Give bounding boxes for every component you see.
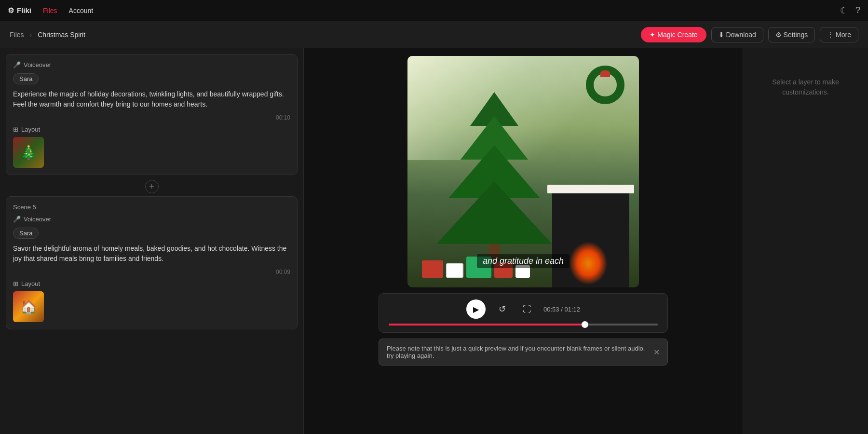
scene-5-card: Scene 5 🎤 Voiceover Sara Savor the delig… [6, 196, 298, 329]
app-name: Fliki [17, 6, 31, 14]
right-panel-placeholder: Select a layer to make customizations. [753, 77, 858, 97]
add-scene-between-4-5[interactable]: + [6, 179, 298, 194]
scene-4-card: 🎤 Voiceover Sara Experience the magic of… [6, 54, 298, 175]
play-button[interactable]: ▶ [466, 299, 486, 319]
scene5-text[interactable]: Savor the delightful aroma of homely mea… [13, 244, 290, 264]
more-button[interactable]: ⋮ More [820, 27, 858, 42]
scene5-voiceover-label: 🎤 Voiceover [13, 216, 290, 223]
center-panel: and gratitude in each ▶ ↺ ⛶ 00:53 / 01:1… [304, 48, 743, 434]
progress-track [389, 324, 658, 326]
nav-right-icons: ☾ ? [840, 5, 860, 16]
gift-2 [446, 263, 463, 278]
replay-button[interactable]: ↺ [493, 300, 511, 318]
video-preview[interactable]: and gratitude in each [407, 56, 639, 287]
time-display: 00:53 / 01:12 [543, 306, 580, 313]
right-panel: Select a layer to make customizations. [743, 48, 868, 434]
download-button[interactable]: ⬇ Download [711, 27, 763, 42]
scene5-speaker-badge[interactable]: Sara [13, 228, 39, 239]
fireplace-glow [569, 242, 608, 285]
main-layout: 🎤 Voiceover Sara Experience the magic of… [0, 48, 868, 434]
video-scene: and gratitude in each [407, 56, 639, 287]
help-icon[interactable]: ? [855, 5, 860, 15]
scene5-timestamp: 00:09 [13, 269, 290, 275]
layout-icon: ⊞ [13, 126, 18, 133]
add-circle-icon: + [145, 180, 159, 193]
christmas-tree [436, 92, 552, 258]
video-controls: ▶ ↺ ⛶ 00:53 / 01:12 [379, 293, 668, 333]
magic-create-button[interactable]: ✦ Magic Create [641, 27, 706, 42]
app-logo[interactable]: ⚙ Fliki [8, 6, 31, 15]
tree-bottom [436, 181, 552, 244]
breadcrumb-separator: › [30, 31, 32, 39]
scene4-voiceover-label: 🎤 Voiceover [13, 61, 290, 68]
scene5-thumbnail[interactable]: 🏠 [13, 291, 44, 322]
nav-files[interactable]: Files [43, 7, 57, 14]
toast-message: Please note that this is just a quick pr… [387, 345, 653, 359]
fireplace-mantel [547, 185, 634, 193]
progress-fill [389, 324, 658, 326]
gift-1 [422, 260, 443, 278]
controls-row: ▶ ↺ ⛶ 00:53 / 01:12 [389, 299, 658, 319]
scene4-timestamp: 00:10 [13, 114, 290, 121]
top-navigation: ⚙ Fliki Files Account ☾ ? [0, 0, 868, 21]
gear-icon: ⚙ [8, 6, 14, 15]
scene4-speaker-badge[interactable]: Sara [13, 73, 39, 84]
voiceover-icon-5: 🎤 [13, 216, 21, 223]
scenes-panel: 🎤 Voiceover Sara Experience the magic of… [0, 48, 304, 434]
dark-mode-icon[interactable]: ☾ [840, 5, 848, 16]
fireplace [552, 191, 629, 287]
progress-bar-container[interactable] [389, 324, 658, 326]
toast-notification: Please note that this is just a quick pr… [379, 339, 668, 366]
voiceover-icon: 🎤 [13, 61, 21, 68]
scene4-layout-label: ⊞ Layout [13, 126, 290, 133]
video-subtitle: and gratitude in each [477, 254, 570, 268]
scene5-layout-label: ⊞ Layout [13, 280, 290, 287]
scene5-header: Scene 5 [13, 203, 290, 211]
breadcrumb-current: Christmas Spirit [38, 31, 85, 39]
layout-icon-5: ⊞ [13, 280, 18, 287]
scene4-text[interactable]: Experience the magic of holiday decorati… [13, 89, 290, 109]
wreath-decoration [586, 66, 624, 104]
progress-thumb[interactable] [582, 321, 588, 328]
breadcrumb-root[interactable]: Files [10, 31, 24, 39]
fullscreen-button[interactable]: ⛶ [518, 300, 536, 318]
settings-button[interactable]: ⚙ Settings [768, 27, 815, 42]
breadcrumb-actions: ✦ Magic Create ⬇ Download ⚙ Settings ⋮ M… [641, 27, 858, 42]
nav-account[interactable]: Account [69, 7, 94, 14]
toast-close-button[interactable]: ✕ [653, 348, 660, 357]
scene4-thumbnail[interactable]: 🎄 [13, 137, 44, 168]
breadcrumb-bar: Files › Christmas Spirit ✦ Magic Create … [0, 21, 868, 48]
